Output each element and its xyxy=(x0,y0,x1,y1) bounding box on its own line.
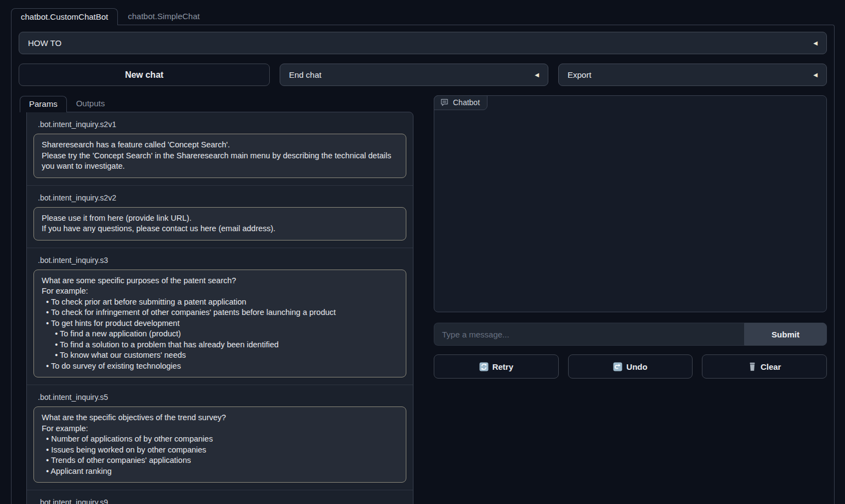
clear-icon xyxy=(748,362,757,371)
chevron-left-icon: ◀ xyxy=(535,72,539,78)
export-label: Export xyxy=(568,70,591,79)
tab-simple-chat[interactable]: chatbot.SimpleChat xyxy=(118,8,209,25)
retry-label: Retry xyxy=(492,362,513,371)
chatbot-label: Chatbot xyxy=(453,98,480,107)
param-textbox[interactable]: Shareresearch has a feature called 'Conc… xyxy=(33,134,406,178)
undo-icon xyxy=(613,362,622,371)
end-chat-accordion[interactable]: End chat ◀ xyxy=(280,64,548,86)
chevron-left-icon: ◀ xyxy=(813,72,818,78)
chatbot-label-tab: Chatbot xyxy=(434,95,487,110)
tab-params[interactable]: Params xyxy=(20,96,67,112)
undo-label: Undo xyxy=(626,362,647,371)
param-name: .bot.intent_inquiry.s3 xyxy=(38,256,406,265)
chat-panel-column: Chatbot Submit xyxy=(434,95,827,379)
param-section: .bot.intent_inquiry.s3 What are some spe… xyxy=(27,248,413,385)
chatbot-panel[interactable]: Chatbot xyxy=(434,95,827,312)
param-name: .bot.intent_inquiry.s2v2 xyxy=(38,193,406,202)
param-section: .bot.intent_inquiry.s9 xyxy=(27,490,413,504)
clear-label: Clear xyxy=(761,362,781,371)
param-textbox[interactable]: What are the specific objectives of the … xyxy=(33,406,406,483)
param-textbox[interactable]: What are some specific purposes of the p… xyxy=(33,270,406,378)
window-tab-bar: chatbot.CustomChatBot chatbot.SimpleChat xyxy=(11,8,835,25)
submit-button[interactable]: Submit xyxy=(744,323,827,346)
howto-label: HOW TO xyxy=(28,38,61,48)
retry-button[interactable]: Retry xyxy=(434,354,559,379)
param-section: .bot.intent_inquiry.s5 What are the spec… xyxy=(27,385,413,490)
undo-button[interactable]: Undo xyxy=(568,354,693,379)
tab-outputs[interactable]: Outputs xyxy=(67,95,115,112)
export-accordion[interactable]: Export ◀ xyxy=(558,64,827,86)
param-section: .bot.intent_inquiry.s2v2 Please use it f… xyxy=(27,185,413,248)
chat-input-row: Submit xyxy=(434,323,827,346)
main-columns: Params Outputs .bot.intent_inquiry.s2v1 … xyxy=(19,95,827,504)
chat-bubble-icon xyxy=(440,99,449,106)
left-panel: Params Outputs .bot.intent_inquiry.s2v1 … xyxy=(19,95,422,504)
param-textbox[interactable]: Please use it from here (provide link UR… xyxy=(33,207,406,240)
chevron-left-icon: ◀ xyxy=(813,41,818,46)
app-page: chatbot.CustomChatBot chatbot.SimpleChat… xyxy=(0,0,845,504)
param-name: .bot.intent_inquiry.s2v1 xyxy=(38,120,406,129)
clear-button[interactable]: Clear xyxy=(702,354,827,379)
toolbar-row: New chat End chat ◀ Export ◀ xyxy=(19,64,827,86)
param-name: .bot.intent_inquiry.s9 xyxy=(38,498,406,504)
retry-icon xyxy=(479,362,489,371)
howto-accordion[interactable]: HOW TO ◀ xyxy=(19,32,827,54)
params-group: .bot.intent_inquiry.s2v1 Shareresearch h… xyxy=(26,112,413,504)
chat-actions-row: Retry Undo xyxy=(434,354,827,379)
params-tab-bar: Params Outputs xyxy=(20,95,422,112)
new-chat-button[interactable]: New chat xyxy=(19,64,270,86)
param-name: .bot.intent_inquiry.s5 xyxy=(38,393,406,402)
tab-custom-chatbot[interactable]: chatbot.CustomChatBot xyxy=(11,8,118,25)
end-chat-label: End chat xyxy=(289,70,321,79)
message-input[interactable] xyxy=(434,323,744,346)
tab-content: HOW TO ◀ New chat End chat ◀ Export ◀ Pa… xyxy=(11,25,835,504)
param-section: .bot.intent_inquiry.s2v1 Shareresearch h… xyxy=(27,112,413,185)
